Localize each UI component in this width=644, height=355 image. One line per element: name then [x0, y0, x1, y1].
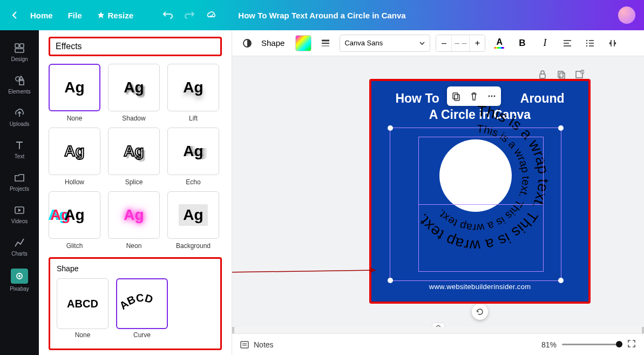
effect-shadow[interactable]: Ag [108, 64, 160, 111]
rotate-handle[interactable] [472, 304, 488, 320]
rail-elements-label: Elements [8, 89, 31, 95]
font-size-stepper[interactable]: – – – + [436, 35, 485, 52]
font-family-select[interactable]: Canva Sans [340, 35, 430, 52]
svg-point-7 [18, 275, 21, 277]
effects-title-highlight: Effects [49, 37, 222, 56]
effect-background[interactable]: Ag [167, 191, 219, 239]
effects-title: Effects [56, 42, 215, 51]
text-color-underline [494, 47, 504, 49]
font-size-increase[interactable]: + [470, 35, 485, 51]
nav-file[interactable]: File [68, 11, 82, 20]
shape-none[interactable]: ABCD [57, 278, 109, 329]
color-picker[interactable] [295, 35, 311, 51]
rail-charts[interactable]: Charts [2, 231, 37, 262]
shape-section-title: Shape [57, 264, 214, 273]
bold-button[interactable]: B [513, 35, 531, 52]
svg-text:ABCD: ABCD [120, 293, 154, 312]
effect-hollow-label: Hollow [49, 178, 100, 186]
nav-home[interactable]: Home [30, 11, 53, 20]
shape-tool-label[interactable]: Shape [261, 38, 284, 48]
more-icon[interactable] [485, 90, 498, 103]
rail-videos-label: Videos [11, 218, 28, 224]
text-color-letter: A [497, 37, 503, 47]
redo-button[interactable] [181, 6, 198, 24]
effect-glitch[interactable]: AgAgAg [49, 191, 100, 239]
svg-point-33 [494, 96, 496, 97]
document-title[interactable]: How To Wrap Text Around a Circle in Canv… [238, 11, 405, 20]
rail-projects[interactable]: Projects [2, 166, 37, 197]
text-toolbar: Shape Canva Sans – – – + A B I [232, 30, 644, 56]
floating-toolbar [447, 86, 501, 106]
bg-sample: Ag [179, 204, 207, 226]
canvas-area[interactable]: How To XXXXXXXXX Around A Circle in Canv… [232, 56, 644, 333]
effect-neon[interactable]: Ag [108, 191, 160, 239]
horizontal-scrollbar[interactable] [232, 327, 644, 333]
svg-rect-37 [241, 341, 248, 348]
shape-curve-label: Curve [116, 331, 168, 339]
rail-pixabay-label: Pixabay [10, 286, 29, 292]
alignment-button[interactable] [559, 35, 576, 52]
text-color-button[interactable]: A [491, 35, 508, 52]
duplicate-icon[interactable] [450, 90, 463, 103]
selection-frame[interactable] [390, 128, 561, 281]
pixabay-icon [13, 270, 25, 282]
rail-videos[interactable]: Videos [2, 199, 37, 229]
cloud-sync-icon[interactable] [202, 6, 220, 24]
rail-design[interactable]: Design [2, 37, 37, 67]
font-size-decrease[interactable]: – [436, 35, 451, 51]
back-button[interactable] [9, 9, 22, 22]
zoom-slider[interactable] [562, 344, 621, 345]
svg-point-32 [491, 96, 493, 97]
projects-icon [13, 172, 25, 184]
border-style-icon[interactable] [317, 35, 334, 52]
effect-none-label: None [49, 115, 100, 122]
rail-text[interactable]: Text [2, 134, 37, 164]
spacing-button[interactable] [604, 35, 621, 52]
effects-toggle-icon[interactable] [239, 35, 256, 52]
undo-button[interactable] [159, 6, 177, 24]
svg-point-31 [489, 96, 490, 97]
resize-handle-tl[interactable] [388, 125, 393, 131]
text-icon [13, 139, 25, 151]
effect-none[interactable]: Ag [49, 64, 100, 111]
zoom-slider-knob[interactable] [616, 341, 622, 347]
effect-neon-label: Neon [108, 242, 160, 250]
fullscreen-icon[interactable] [627, 339, 636, 350]
resize-handle-tr[interactable] [558, 125, 564, 131]
zoom-percent[interactable]: 81% [541, 340, 557, 349]
notes-icon[interactable]: Notes [240, 340, 274, 350]
charts-icon [13, 237, 25, 249]
nav-resize-label: Resize [108, 11, 134, 20]
effect-hollow[interactable]: Ag [49, 128, 100, 175]
bottom-bar: Notes 81% [232, 333, 644, 355]
delete-icon[interactable] [467, 90, 480, 103]
design-footer-url[interactable]: www.websitebuilderinsider.com [371, 283, 588, 291]
glitch-layer: Ag [64, 206, 84, 224]
design-highlight-frame: How To XXXXXXXXX Around A Circle in Canv… [369, 79, 591, 304]
rail-pixabay[interactable] [11, 269, 28, 284]
inner-selection-frame [418, 137, 544, 272]
user-avatar[interactable] [618, 6, 635, 24]
svg-point-18 [586, 42, 587, 43]
elements-icon [13, 75, 25, 86]
effect-echo[interactable]: Ag [167, 128, 219, 175]
svg-rect-2 [15, 49, 24, 52]
left-rail: Design Elements Uploads Text Projects Vi… [0, 30, 39, 355]
list-button[interactable] [581, 35, 599, 52]
shape-curve[interactable]: ABCD [116, 278, 168, 329]
shape-section-highlight: Shape ABCD ABCD None Curve [49, 257, 222, 350]
effect-echo-label: Echo [167, 178, 219, 186]
rail-uploads[interactable]: Uploads [2, 102, 37, 132]
effect-lift[interactable]: Ag [167, 64, 219, 111]
svg-point-16 [586, 39, 587, 41]
rail-text-label: Text [15, 153, 24, 159]
design-page[interactable]: How To XXXXXXXXX Around A Circle in Canv… [371, 81, 588, 302]
font-size-value[interactable]: – – [451, 35, 470, 51]
effect-splice[interactable]: Ag [108, 128, 160, 175]
nav-resize[interactable]: Resize [97, 11, 134, 20]
rail-elements[interactable]: Elements [2, 69, 37, 99]
rail-charts-label: Charts [11, 251, 27, 257]
italic-button[interactable]: I [536, 35, 553, 52]
effect-splice-label: Splice [108, 178, 160, 186]
annotation-arrow [232, 267, 384, 278]
